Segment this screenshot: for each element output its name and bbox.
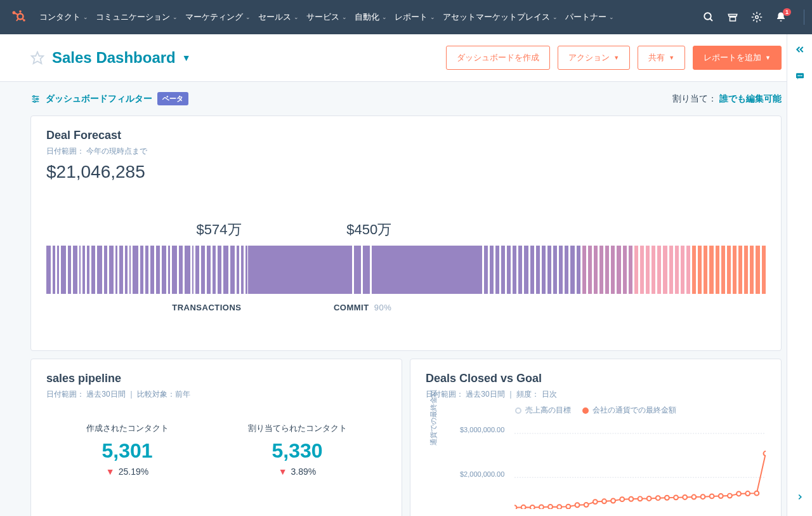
nav-item-1[interactable]: コミュニケーション⌄ [92, 6, 181, 28]
deals-closed-card: Deals Closed vs Goal 日付範囲： 過去30日間 ｜ 頻度： … [410, 359, 782, 516]
svg-point-33 [629, 497, 633, 501]
hubspot-logo[interactable] [8, 7, 28, 27]
svg-point-32 [620, 497, 624, 501]
pipeline-metric-0: 作成されたコンタクト5,301▼25.19% [86, 423, 169, 477]
legend2-label: 会社の通貨での最終金額 [593, 405, 676, 416]
nav-item-label: コミュニケーション [96, 11, 170, 23]
nav-separator [804, 10, 804, 25]
svg-line-9 [710, 18, 712, 21]
chart-ylabel: 通貨での最終金額 [429, 390, 438, 446]
legend-item-amount[interactable]: 会社の通貨での最終金額 [582, 405, 676, 416]
svg-line-7 [16, 18, 18, 21]
nav-item-3[interactable]: セールス⌄ [254, 6, 303, 28]
sales-pipeline-card: sales pipeline 日付範囲： 過去30日間 ｜ 比較対象：前年 作成… [30, 359, 402, 516]
card-title: Deals Closed vs Goal [426, 372, 766, 385]
assignment-info: 割り当て： 誰でも編集可能 [672, 93, 782, 105]
metric-label: 作成されたコンタクト [86, 423, 169, 434]
collapse-rail-icon[interactable] [794, 43, 806, 56]
segment1-value: $574万 [46, 220, 248, 239]
page-title-text: Sales Dashboard [52, 49, 176, 67]
svg-point-23 [539, 505, 544, 508]
nav-item-8[interactable]: パートナー⌄ [561, 6, 618, 28]
card-subtitle: 日付範囲： 過去30日間 ｜ 比較対象：前年 [46, 389, 386, 400]
share-label: 共有 [648, 52, 665, 63]
assign-label: 割り当て： [672, 93, 717, 103]
card-subtitle: 日付範囲： 今年の現時点まで [46, 146, 766, 157]
svg-point-43 [719, 494, 723, 498]
legend-dot-icon [582, 407, 589, 414]
nav-item-label: 自動化 [355, 11, 379, 23]
nav-item-6[interactable]: レポート⌄ [391, 6, 439, 28]
segment1-label: TRANSACTIONS [46, 303, 248, 312]
share-button[interactable]: 共有▼ [638, 46, 685, 70]
assign-link[interactable]: 誰でも編集可能 [719, 93, 782, 103]
chart-svg [514, 427, 766, 509]
actions-label: アクション [568, 52, 610, 63]
svg-point-38 [674, 495, 678, 499]
filter-icon [30, 94, 41, 104]
svg-point-27 [575, 503, 580, 507]
svg-point-20 [514, 505, 516, 508]
nav-item-0[interactable]: コンタクト⌄ [36, 6, 92, 28]
chat-icon[interactable] [794, 70, 806, 83]
chart-tick: $3,000,000.00 [460, 426, 504, 433]
svg-marker-11 [32, 52, 43, 63]
line-chart: 通貨での最終金額 $3,000,000.00 $2,000,000.00 [445, 421, 766, 516]
svg-point-22 [530, 505, 535, 509]
svg-point-44 [728, 494, 732, 498]
chevron-down-icon: ⌄ [382, 14, 387, 20]
create-dashboard-button[interactable]: ダッシュボードを作成 [446, 46, 550, 70]
content-area: Deal Forecast 日付範囲： 今年の現時点まで $21,046,285… [0, 116, 812, 516]
forecast-chart: $574万 $450万 TRANSACTIONS COMMIT 90% [46, 220, 766, 312]
metric-label: 割り当てられたコンタクト [248, 423, 347, 434]
notifications-icon[interactable]: 1 [775, 11, 787, 23]
card-title: Deal Forecast [46, 129, 766, 142]
svg-point-1 [19, 10, 22, 13]
legend-dot-icon [515, 407, 521, 414]
chevron-down-icon: ▼ [765, 55, 771, 61]
notification-badge: 1 [783, 8, 791, 16]
chevron-down-icon: ▼ [669, 55, 674, 61]
chevron-down-icon: ⌄ [83, 14, 88, 20]
add-report-label: レポートを追加 [704, 52, 761, 63]
nav-item-4[interactable]: サービス⌄ [303, 6, 351, 28]
dashboard-filter-link[interactable]: ダッシュボードフィルター [30, 93, 152, 105]
add-report-button[interactable]: レポートを追加▼ [693, 46, 782, 70]
favorite-star-icon[interactable] [30, 51, 44, 65]
svg-point-25 [557, 505, 561, 508]
chevron-down-icon: ⌄ [553, 14, 558, 20]
chevron-down-icon: ▼ [182, 53, 191, 63]
actions-button[interactable]: アクション▼ [558, 46, 630, 70]
nav-item-2[interactable]: マーケティング⌄ [181, 6, 254, 28]
svg-line-5 [22, 18, 23, 20]
svg-point-17 [34, 100, 36, 102]
svg-point-30 [602, 499, 606, 503]
segment2-pct: 90% [374, 303, 392, 312]
svg-point-15 [33, 95, 35, 97]
chart-legend: 売上高の目標 会社の通貨での最終金額 [426, 405, 766, 416]
marketplace-icon[interactable] [726, 11, 739, 23]
segment2-label: COMMIT [334, 303, 369, 312]
legend-item-goal[interactable]: 売上高の目標 [515, 405, 571, 416]
settings-icon[interactable] [750, 11, 763, 23]
pipeline-metric-1: 割り当てられたコンタクト5,330▼3.89% [248, 423, 347, 477]
svg-line-6 [15, 13, 18, 15]
expand-rail-icon[interactable] [794, 491, 806, 503]
svg-point-48 [763, 451, 765, 456]
chevron-down-icon: ⌄ [246, 14, 251, 20]
nav-item-label: セールス [258, 11, 291, 23]
dashboard-title-dropdown[interactable]: Sales Dashboard ▼ [52, 49, 191, 67]
forecast-total: $21,046,285 [46, 162, 766, 182]
nav-item-5[interactable]: 自動化⌄ [351, 6, 391, 28]
svg-point-40 [691, 495, 696, 499]
svg-point-21 [521, 505, 526, 509]
nav-item-label: パートナー [565, 11, 606, 23]
svg-point-31 [611, 499, 615, 503]
chevron-down-icon: ⌄ [173, 14, 178, 20]
svg-point-36 [656, 496, 660, 500]
nav-item-7[interactable]: アセットマーケットプレイス⌄ [439, 6, 561, 28]
search-icon[interactable] [702, 11, 715, 23]
metric-value: 5,301 [86, 439, 169, 463]
legend1-label: 売上高の目標 [525, 405, 571, 416]
filter-bar: ダッシュボードフィルター ベータ 割り当て： 誰でも編集可能 [0, 82, 812, 116]
